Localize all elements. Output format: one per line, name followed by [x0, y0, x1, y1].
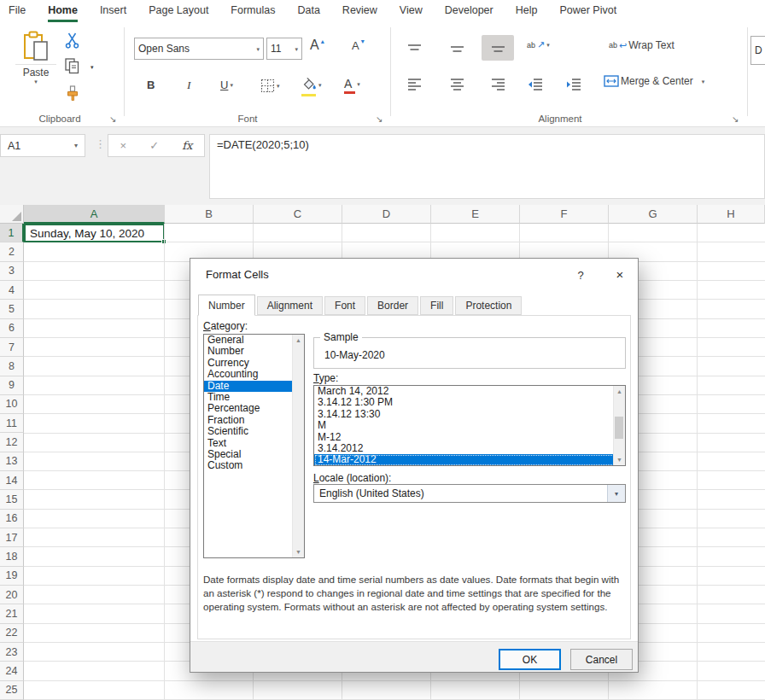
merge-center-button[interactable]: Merge & Center ▾ — [604, 75, 704, 87]
category-item-fraction[interactable]: Fraction — [204, 415, 304, 426]
row-header-11[interactable]: 11 — [0, 414, 24, 433]
column-header-a[interactable]: A — [24, 205, 165, 224]
row-header-3[interactable]: 3 — [0, 262, 24, 281]
type-item-march-14-2012[interactable]: March 14, 2012 — [314, 386, 625, 397]
locale-dropdown-icon[interactable]: ▾ — [607, 485, 625, 502]
row-header-10[interactable]: 10 — [0, 395, 24, 414]
row-header-5[interactable]: 5 — [0, 300, 24, 318]
scroll-up-icon[interactable]: ▲ — [295, 335, 301, 346]
type-item-m[interactable]: M — [314, 420, 625, 431]
row-header-1[interactable]: 1 — [0, 224, 24, 242]
type-item-3-14-12-13-30[interactable]: 3.14.12 13:30 — [314, 409, 625, 420]
type-item-m-12[interactable]: M-12 — [314, 432, 625, 443]
borders-dropdown-icon[interactable]: ▾ — [277, 83, 280, 89]
format-painter-button[interactable] — [65, 85, 80, 102]
alignment-dialog-launcher-icon[interactable]: ↘ — [732, 114, 739, 124]
copy-dropdown-icon[interactable]: ▾ — [91, 64, 94, 70]
menu-tab-insert[interactable]: Insert — [100, 0, 126, 22]
increase-indent-button[interactable] — [559, 73, 588, 96]
scroll-thumb[interactable] — [615, 417, 623, 439]
type-list[interactable]: March 14, 20123.14.12 1:30 PM3.14.12 13:… — [313, 385, 626, 466]
row-header-8[interactable]: 8 — [0, 357, 24, 376]
orientation-dropdown-icon[interactable]: ▾ — [546, 42, 550, 48]
font-color-dropdown-icon[interactable]: ▾ — [357, 81, 360, 87]
type-scrollbar[interactable]: ▲ ▼ — [613, 386, 625, 465]
copy-button[interactable] — [65, 58, 79, 74]
menu-tab-formulas[interactable]: Formulas — [231, 0, 275, 22]
type-item-3-14-12-1-30-pm[interactable]: 3.14.12 1:30 PM — [314, 397, 625, 408]
column-header-c[interactable]: C — [254, 205, 342, 224]
clipboard-dialog-launcher-icon[interactable]: ↘ — [109, 114, 116, 124]
row-header-14[interactable]: 14 — [0, 471, 24, 490]
row-header-16[interactable]: 16 — [0, 510, 24, 528]
fill-color-dropdown-icon[interactable]: ▾ — [318, 82, 322, 88]
menu-tab-review[interactable]: Review — [342, 0, 377, 22]
align-top-button[interactable] — [400, 38, 429, 60]
paste-button[interactable]: Paste ▾ — [12, 31, 60, 85]
scroll-up-icon[interactable]: ▲ — [616, 386, 622, 397]
row-header-2[interactable]: 2 — [0, 242, 24, 261]
row-header-24[interactable]: 24 — [0, 662, 24, 680]
category-item-time[interactable]: Time — [204, 392, 304, 403]
column-header-b[interactable]: B — [165, 205, 254, 224]
category-item-currency[interactable]: Currency — [204, 358, 304, 369]
formula-input[interactable]: =DATE(2020;5;10) — [209, 134, 765, 199]
menu-tab-power-pivot[interactable]: Power Pivot — [559, 0, 616, 22]
category-item-date[interactable]: Date — [204, 381, 304, 392]
type-item-3-14-2012[interactable]: 3.14.2012 — [314, 443, 625, 454]
category-item-text[interactable]: Text — [204, 438, 304, 449]
row-header-22[interactable]: 22 — [0, 624, 24, 643]
scroll-down-icon[interactable]: ▼ — [295, 546, 301, 557]
dialog-tab-alignment[interactable]: Alignment — [257, 296, 323, 315]
font-name-combo[interactable]: Open Sans ▾ — [134, 38, 264, 60]
scroll-down-icon[interactable]: ▼ — [616, 454, 622, 465]
confirm-entry-icon[interactable]: ✓ — [149, 139, 159, 152]
column-header-d[interactable]: D — [342, 205, 431, 224]
row-header-18[interactable]: 18 — [0, 547, 24, 566]
column-header-g[interactable]: G — [609, 205, 698, 224]
align-bottom-button[interactable] — [482, 35, 514, 61]
dialog-tab-fill[interactable]: Fill — [420, 296, 453, 315]
column-header-f[interactable]: F — [520, 205, 609, 224]
type-item-14-mar-2012[interactable]: 14-Mar-2012 — [314, 454, 625, 465]
decrease-indent-button[interactable] — [521, 73, 550, 96]
font-size-combo[interactable]: 11 ▾ — [266, 38, 302, 60]
align-right-button[interactable] — [483, 73, 512, 96]
align-center-button[interactable] — [442, 73, 471, 96]
row-header-17[interactable]: 17 — [0, 528, 24, 547]
cut-button[interactable] — [65, 32, 79, 49]
align-middle-button[interactable] — [442, 38, 471, 60]
help-icon[interactable]: ? — [571, 265, 590, 284]
menu-tab-data[interactable]: Data — [297, 0, 319, 22]
row-header-4[interactable]: 4 — [0, 281, 24, 300]
ok-button[interactable]: OK — [499, 649, 561, 670]
cancel-button[interactable]: Cancel — [570, 649, 633, 670]
dialog-tab-number[interactable]: Number — [198, 295, 255, 316]
row-header-20[interactable]: 20 — [0, 586, 24, 604]
locale-dropdown[interactable]: English (United States) ▾ — [313, 484, 626, 503]
close-icon[interactable]: × — [607, 264, 633, 284]
bold-button[interactable]: B — [147, 79, 155, 91]
borders-button[interactable]: ▾ — [260, 79, 280, 93]
column-header-h[interactable]: H — [698, 205, 765, 224]
menu-tab-home[interactable]: Home — [48, 0, 78, 22]
shrink-font-button[interactable]: A ▾ — [352, 39, 365, 52]
orientation-button[interactable]: ab ↗ ▾ — [527, 39, 550, 50]
row-header-13[interactable]: 13 — [0, 452, 24, 471]
category-item-percentage[interactable]: Percentage — [204, 403, 304, 414]
row-header-7[interactable]: 7 — [0, 338, 24, 357]
category-scrollbar[interactable]: ▲ ▼ — [292, 335, 304, 557]
category-list[interactable]: GeneralNumberCurrencyAccountingDateTimeP… — [203, 334, 305, 558]
menu-tab-view[interactable]: View — [400, 0, 423, 22]
row-header-21[interactable]: 21 — [0, 604, 24, 623]
row-header-6[interactable]: 6 — [0, 319, 24, 338]
menu-tab-developer[interactable]: Developer — [445, 0, 493, 22]
row-header-9[interactable]: 9 — [0, 376, 24, 395]
fill-color-button[interactable]: ▾ — [301, 77, 322, 93]
category-item-general[interactable]: General — [204, 335, 304, 346]
underline-dropdown-icon[interactable]: ▾ — [230, 82, 233, 88]
row-header-19[interactable]: 19 — [0, 567, 24, 586]
name-box[interactable]: A1 ▾ — [0, 134, 85, 157]
category-item-special[interactable]: Special — [204, 449, 304, 460]
active-cell-a1[interactable]: Sunday, May 10, 2020 — [24, 224, 165, 242]
